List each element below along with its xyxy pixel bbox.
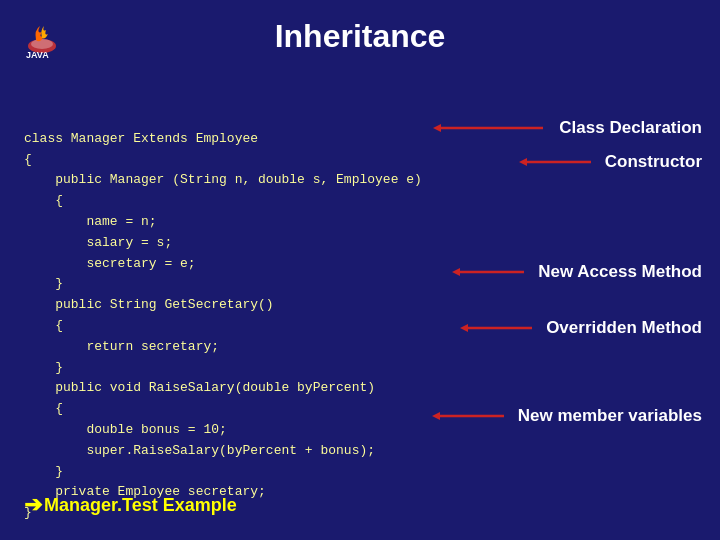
svg-marker-6 [519,158,527,166]
arrow-constructor [519,153,599,171]
annotation-class-declaration-label: Class Declaration [559,118,702,138]
arrow-overridden [460,319,540,337]
svg-marker-12 [432,412,440,420]
svg-marker-10 [460,324,468,332]
annotation-overridden-method-label: Overridden Method [546,318,702,338]
code-line-6: secretary = e; [24,256,196,271]
code-line-3: { [24,193,63,208]
code-line-13: { [24,401,63,416]
code-line-10: return secretary; [24,339,219,354]
footer-arrow-icon: ➔ [24,492,42,518]
footer-text: Manager.Test Example [44,495,237,516]
arrow-class-decl [433,119,553,137]
annotation-overridden-method: Overridden Method [460,318,702,338]
svg-text:JAVA: JAVA [26,50,49,60]
slide-title: Inheritance [275,18,446,54]
arrow-new-member [432,407,512,425]
code-line-5: salary = s; [24,235,172,250]
annotation-constructor: Constructor [519,152,702,172]
footer: ➔ Manager.Test Example [24,492,237,518]
annotation-new-member-variables-label: New member variables [518,406,702,426]
code-line-7: } [24,276,63,291]
code-line-15: super.RaiseSalary(byPercent + bonus); [24,443,375,458]
code-line-9: { [24,318,63,333]
code-line-16: } [24,464,63,479]
annotation-new-access-method: New Access Method [452,262,702,282]
annotation-new-access-method-label: New Access Method [538,262,702,282]
code-line-14: double bonus = 10; [24,422,227,437]
code-line-0: class Manager Extends Employee [24,131,258,146]
annotation-new-member-variables: New member variables [432,406,702,426]
code-line-11: } [24,360,63,375]
svg-point-1 [31,39,53,49]
code-line-2: public Manager (String n, double s, Empl… [24,172,422,187]
code-line-1: { [24,152,32,167]
slide: JAVA Inheritance class Manager Extends E… [0,0,720,540]
code-block: class Manager Extends Employee { public … [24,108,422,540]
code-line-12: public void RaiseSalary(double byPercent… [24,380,375,395]
code-line-4: name = n; [24,214,157,229]
annotation-class-declaration: Class Declaration [433,118,702,138]
code-line-8: public String GetSecretary() [24,297,274,312]
annotation-constructor-label: Constructor [605,152,702,172]
java-logo: JAVA [18,8,66,60]
svg-marker-4 [433,124,441,132]
arrow-new-access [452,263,532,281]
title-bar: Inheritance [0,0,720,65]
svg-marker-8 [452,268,460,276]
